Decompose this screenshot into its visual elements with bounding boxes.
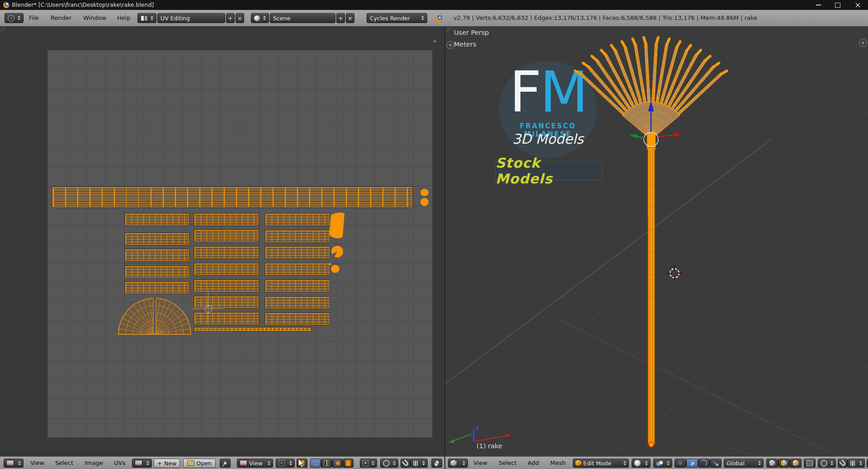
interaction-mode-selector[interactable]: Edit Mode bbox=[573, 459, 629, 468]
uv-image-editor[interactable]: ◂ View Select Image UVs +New Open bbox=[0, 26, 445, 469]
uv-island-strip[interactable] bbox=[125, 214, 189, 225]
editor-type-selector-info[interactable]: i bbox=[5, 13, 24, 23]
uv-select-mode-face[interactable] bbox=[332, 459, 343, 468]
uv-island-strip[interactable] bbox=[265, 280, 330, 292]
area-corner-grip[interactable] bbox=[1, 28, 7, 34]
viewport-3d[interactable]: FM FRANCESCO MILANESE 3D Models Stock Mo… bbox=[445, 26, 868, 469]
uv-island-strip[interactable] bbox=[194, 263, 259, 275]
maximize-icon bbox=[835, 3, 840, 8]
minimize-button[interactable] bbox=[811, 0, 826, 10]
uv-menu-view[interactable]: View bbox=[30, 457, 44, 469]
uv-island-strip[interactable] bbox=[194, 328, 311, 331]
uv-island-strip[interactable] bbox=[265, 263, 330, 275]
uv-island-circle[interactable] bbox=[331, 265, 340, 273]
close-button[interactable] bbox=[850, 0, 865, 10]
toolshelf-expand-button[interactable]: + bbox=[446, 41, 454, 49]
uv-render-result-button[interactable] bbox=[431, 459, 442, 468]
uv-island-strip[interactable] bbox=[125, 249, 189, 261]
pivot-point-selector[interactable] bbox=[653, 459, 672, 468]
uv-island-strip[interactable] bbox=[125, 266, 189, 278]
render-engine-selector[interactable]: Cycles Render bbox=[367, 13, 427, 23]
gizmo-x-arrow[interactable] bbox=[659, 135, 675, 137]
uv-island-pac[interactable] bbox=[330, 245, 344, 259]
uv-island-strip[interactable] bbox=[52, 187, 412, 207]
gizmo-y-arrow[interactable] bbox=[637, 136, 644, 138]
pin-image-button[interactable] bbox=[220, 459, 231, 468]
menu-file[interactable]: File bbox=[29, 10, 39, 26]
rake-model-canvas[interactable]: z bbox=[445, 26, 868, 456]
mesh-select-mode-edge[interactable] bbox=[778, 459, 790, 468]
screen-layout-name-field[interactable]: UV Editing bbox=[157, 13, 225, 23]
uv-island-curved[interactable] bbox=[328, 211, 346, 239]
uv-sync-selection-toggle[interactable] bbox=[297, 459, 307, 468]
v3d-menu-add[interactable]: Add bbox=[528, 457, 539, 469]
open-image-button[interactable]: Open bbox=[183, 459, 216, 468]
uv-menu-select[interactable]: Select bbox=[55, 457, 73, 469]
uv-select-mode-edge[interactable] bbox=[321, 459, 332, 468]
uv-island-strip[interactable] bbox=[194, 230, 259, 242]
menu-window[interactable]: Window bbox=[83, 10, 106, 26]
viewport-shading-selector[interactable] bbox=[632, 459, 651, 468]
screen-layout-selector[interactable] bbox=[137, 13, 156, 23]
add-layout-button[interactable]: + bbox=[226, 13, 235, 23]
properties-expand-button[interactable]: + bbox=[859, 39, 867, 47]
snap-element-selector[interactable] bbox=[848, 459, 865, 468]
uv-island-strip[interactable] bbox=[194, 296, 259, 308]
image-browse-selector[interactable] bbox=[132, 459, 152, 468]
sticky-selection-selector[interactable] bbox=[360, 459, 377, 468]
uv-island-strip[interactable] bbox=[265, 297, 330, 309]
chevron-updown-icon bbox=[421, 16, 424, 20]
v3d-menu-view[interactable]: View bbox=[473, 457, 487, 469]
uv-island-strip[interactable] bbox=[125, 233, 189, 245]
display-channel-selector[interactable]: View bbox=[237, 459, 273, 468]
editor-type-selector-3d[interactable] bbox=[448, 459, 468, 468]
uv-island-strip[interactable] bbox=[265, 214, 330, 225]
scene-name-field[interactable]: Scene bbox=[270, 13, 335, 23]
snap-increment-icon bbox=[850, 461, 855, 466]
v3d-menu-select[interactable]: Select bbox=[499, 457, 517, 469]
uv-select-mode-vertex[interactable] bbox=[310, 459, 321, 468]
uv-pivot-selector[interactable] bbox=[276, 459, 295, 468]
proportional-edit-selector[interactable] bbox=[818, 459, 836, 468]
delete-layout-button[interactable]: × bbox=[236, 13, 244, 23]
uv-canvas[interactable] bbox=[47, 50, 433, 438]
uv-island-strip[interactable] bbox=[194, 280, 259, 292]
uv-snap-toggle[interactable] bbox=[401, 459, 410, 468]
uv-snap-element-selector[interactable] bbox=[410, 459, 428, 468]
uv-island-strip[interactable] bbox=[194, 247, 259, 258]
uv-island-strip[interactable] bbox=[265, 313, 330, 325]
mesh-select-mode-vertex[interactable] bbox=[766, 459, 778, 468]
region-collapse-icon[interactable]: ◂ bbox=[433, 38, 436, 44]
snap-toggle[interactable] bbox=[838, 459, 848, 468]
uv-select-mode-island[interactable] bbox=[343, 459, 354, 468]
uv-island-strip[interactable] bbox=[194, 313, 259, 324]
uv-island-ellipse[interactable] bbox=[420, 198, 429, 206]
new-image-button[interactable]: +New bbox=[154, 459, 180, 468]
uv-island-fan[interactable] bbox=[117, 296, 193, 337]
uv-island-strip[interactable] bbox=[265, 230, 330, 242]
menu-help[interactable]: Help bbox=[117, 10, 131, 26]
editor-type-selector-uv[interactable] bbox=[4, 459, 24, 468]
mesh-select-mode-face[interactable] bbox=[790, 459, 802, 468]
uv-island-strip[interactable] bbox=[194, 214, 259, 225]
uv-menu-image[interactable]: Image bbox=[85, 457, 103, 469]
v3d-menu-mesh[interactable]: Mesh bbox=[550, 457, 566, 469]
cursor-3d bbox=[667, 266, 682, 281]
scene-selector[interactable] bbox=[251, 13, 269, 23]
manipulator-translate-button[interactable] bbox=[686, 459, 698, 468]
menu-render[interactable]: Render bbox=[51, 10, 71, 26]
add-scene-button[interactable]: + bbox=[336, 13, 345, 23]
uv-island-ellipse[interactable] bbox=[420, 189, 429, 196]
manipulator-scale-button[interactable] bbox=[710, 459, 722, 468]
uv-island-strip[interactable] bbox=[125, 282, 189, 294]
uv-proportional-edit-selector[interactable] bbox=[380, 459, 398, 468]
uv-island-dot[interactable] bbox=[329, 263, 331, 265]
transform-orientation-selector[interactable]: Global bbox=[724, 459, 764, 468]
maximize-button[interactable] bbox=[830, 0, 845, 10]
occlude-geometry-toggle[interactable] bbox=[804, 459, 816, 468]
manipulator-toggle[interactable] bbox=[675, 459, 686, 468]
uv-island-strip[interactable] bbox=[265, 247, 330, 258]
uv-menu-uvs[interactable]: UVs bbox=[114, 457, 125, 469]
delete-scene-button[interactable]: × bbox=[346, 13, 354, 23]
manipulator-rotate-button[interactable] bbox=[698, 459, 710, 468]
